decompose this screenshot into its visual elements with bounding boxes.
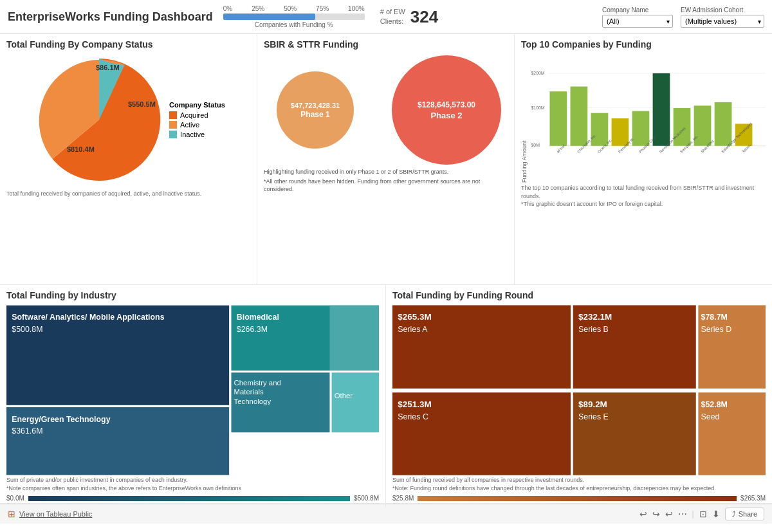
svg-text:$265.3M: $265.3M	[398, 312, 431, 322]
sbir-title: SBIR & STTR Funding	[264, 39, 508, 50]
industry-footnote2: *Note companies often span industries, t…	[6, 484, 379, 493]
industry-footnote1: Sum of private and/or public investment …	[6, 476, 379, 484]
sbir-section: SBIR & STTR Funding $47,723,428.31 Phase…	[257, 34, 515, 284]
ew-clients-value: 324	[410, 7, 438, 27]
svg-text:$500.8M: $500.8M	[12, 325, 42, 334]
svg-text:Series D: Series D	[701, 325, 732, 334]
svg-text:Other: Other	[335, 392, 353, 399]
footer-left[interactable]: ⊞ View on Tableau Public	[8, 509, 92, 519]
svg-text:$100M: $100M	[531, 105, 545, 110]
bar-chromatin	[571, 86, 588, 145]
industry-treemap-svg: Software/ Analytics/ Mobile Applications…	[6, 304, 379, 476]
undo-button[interactable]: ↩	[639, 509, 647, 519]
legend-active: Active	[169, 121, 225, 129]
acquired-label: $810.4M	[67, 145, 95, 153]
active-color-box	[169, 121, 177, 129]
progress-bar-track	[223, 14, 365, 20]
svg-text:Materials: Materials	[234, 388, 264, 396]
bar-solarbridge	[715, 102, 732, 146]
redo-button[interactable]: ↪	[652, 509, 660, 519]
svg-text:Biomedical: Biomedical	[237, 313, 279, 322]
funding-round-footnote1: Sum of funding received by all companies…	[392, 476, 766, 484]
active-label: $550.5M	[128, 100, 156, 108]
company-name-select[interactable]: (All)	[602, 15, 673, 28]
bar-sharethis	[694, 105, 712, 146]
svg-text:$78.7M: $78.7M	[701, 313, 728, 322]
dashboard-title: EnterpriseWorks Funding Dashboard	[8, 10, 213, 24]
svg-text:$89.2M: $89.2M	[578, 399, 607, 409]
phase2-amount: $128,645,573.00	[418, 100, 475, 111]
svg-text:Series B: Series B	[578, 325, 609, 334]
progress-bar-fill	[223, 14, 315, 20]
industry-scale-bar-row: $0.0M $500.8M	[6, 495, 379, 502]
svg-text:$266.3M: $266.3M	[237, 325, 268, 334]
svg-text:$251.3M: $251.3M	[398, 399, 431, 409]
svg-text:$232.1M: $232.1M	[578, 312, 612, 322]
tableau-icon: ⊞	[8, 509, 15, 519]
svg-text:$52.8M: $52.8M	[701, 400, 728, 409]
svg-text:Software/ Analytics/ Mobile Ap: Software/ Analytics/ Mobile Applications	[12, 313, 164, 322]
download-button[interactable]: ⬇	[712, 509, 720, 519]
industry-scale-min: $0.0M	[6, 495, 24, 502]
view-fullscreen-button[interactable]: ⊡	[699, 509, 707, 519]
share-button[interactable]: ⤴ Share	[725, 508, 764, 520]
bar-label-0: 0%	[223, 5, 232, 12]
funding-round-treemap: $265.3M Series A $232.1M Series B $78.7M…	[392, 304, 766, 476]
more-button[interactable]: ⋯	[678, 509, 687, 519]
svg-text:$200M: $200M	[531, 71, 545, 75]
phase2-circle: $128,645,573.00 Phase 2	[392, 55, 501, 165]
legend-inactive: Inactive	[169, 131, 225, 138]
progress-bar-section: 0% 25% 50% 75% 100% Companies with Fundi…	[223, 5, 365, 28]
industry-scale-max: $500.8M	[354, 495, 379, 502]
ew-clients-section: # of EWClients: 324	[380, 7, 439, 27]
cohort-label: EW Admission Cohort	[681, 6, 764, 14]
industry-title: Total Funding by Industry	[6, 290, 379, 300]
svg-text:Series C: Series C	[398, 412, 428, 421]
phase1-circle: $47,723,428.31 Phase 1	[277, 71, 354, 149]
svg-text:Chemistry and: Chemistry and	[234, 379, 281, 387]
pie-chart: $810.4M $550.5M $86.1M	[32, 52, 167, 187]
funding-round-section: Total Funding by Funding Round $265.3M S…	[386, 285, 772, 507]
active-legend-label: Active	[180, 121, 199, 129]
bar-phoenix	[632, 111, 650, 146]
bar-semprius	[674, 108, 691, 146]
svg-text:Series E: Series E	[578, 412, 609, 421]
phase1-label: Phase 1	[300, 110, 329, 119]
svg-rect-26	[231, 371, 379, 372]
tableau-link[interactable]: View on Tableau Public	[19, 510, 92, 518]
bottom-row: Total Funding by Industry Software/ Anal…	[0, 285, 772, 504]
funding-round-scale-min: $25.8M	[392, 495, 414, 502]
footer-controls: ↩ ↪ ↩ ⋯ | ⊡ ⬇ ⤴ Share	[639, 508, 764, 520]
top10-footnote2: *This graphic doesn't account for IPO or…	[521, 200, 766, 208]
svg-rect-27	[229, 306, 230, 475]
legend-acquired: Acquired	[169, 111, 225, 119]
filters-section: Company Name (All) ▾ EW Admission Cohort…	[602, 6, 764, 28]
funding-round-scale-bar	[418, 496, 737, 501]
funding-round-scale-max: $265.3M	[740, 495, 766, 502]
bar-apriori	[550, 91, 567, 146]
svg-text:Seed: Seed	[701, 412, 720, 421]
header: EnterpriseWorks Funding Dashboard 0% 25%…	[0, 0, 772, 34]
top10-footnote1: The top 10 companies according to total …	[521, 184, 766, 200]
bar-label-3: 75%	[316, 5, 329, 12]
phase2-label: Phase 2	[430, 111, 462, 120]
svg-text:Series A: Series A	[398, 325, 428, 334]
phase1-amount: $47,723,428.31	[291, 101, 340, 110]
bar-label-2: 50%	[284, 5, 297, 12]
acquired-legend-label: Acquired	[180, 111, 208, 119]
ew-clients-label: # of EWClients:	[380, 7, 405, 27]
company-status-title: Total Funding By Company Status	[6, 39, 250, 50]
cohort-filter: EW Admission Cohort (Multiple values) ▾	[681, 6, 764, 28]
sbir-circles-container: $47,723,428.31 Phase 1 $128,645,573.00 P…	[264, 52, 508, 168]
bar-label-1: 25%	[252, 5, 264, 12]
svg-text:Technology: Technology	[234, 398, 271, 405]
company-name-filter: Company Name (All) ▾	[602, 6, 673, 28]
legend-header: Company Status	[169, 101, 225, 109]
cohort-select[interactable]: (Multiple values)	[681, 15, 764, 28]
funding-round-title: Total Funding by Funding Round	[392, 290, 766, 300]
share-icon: ⤴	[732, 510, 736, 518]
funding-round-footnote2: *Note: Funding round definitions have ch…	[392, 484, 766, 493]
industry-treemap: Software/ Analytics/ Mobile Applications…	[6, 304, 379, 476]
pie-legend: Acquired Company Status Acquired Active …	[169, 101, 225, 138]
back-button[interactable]: ↩	[665, 509, 673, 519]
